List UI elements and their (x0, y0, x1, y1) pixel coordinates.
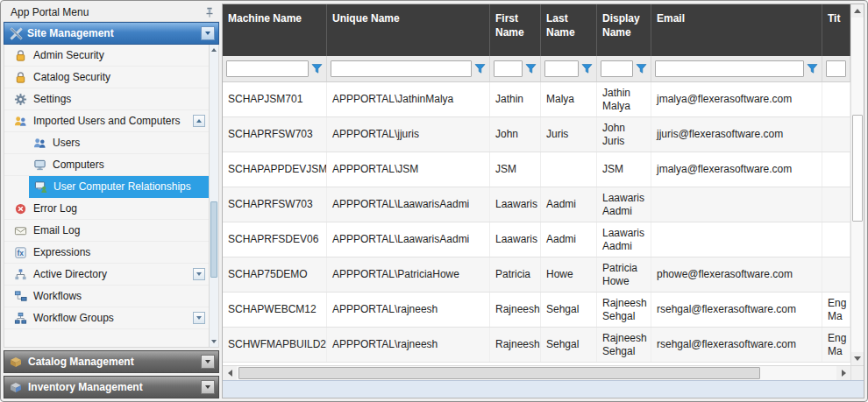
users-icon (33, 137, 46, 150)
filter-funnel-icon[interactable] (311, 63, 323, 74)
grid-cell: Patricia (490, 257, 541, 292)
filter-funnel-icon[interactable] (636, 63, 647, 74)
grid-cell (822, 257, 850, 292)
inventory-management-dropdown-button[interactable] (201, 380, 215, 394)
sidebar-scrollbar[interactable] (209, 45, 218, 347)
scrollbar-thumb[interactable] (852, 115, 863, 222)
section-header-catalog-management[interactable]: Catalog Management (4, 350, 219, 373)
sidebar-item-computers[interactable]: Computers (4, 154, 209, 176)
grid-cell: jjuris@flexerasoftware.com (651, 117, 822, 152)
section-header-site-management[interactable]: Site Management (4, 22, 219, 45)
scrollbar-thumb[interactable] (238, 367, 760, 379)
chevron-down-icon (196, 272, 202, 276)
grid-cell: APPPORTAL\JathinMalya (327, 82, 490, 116)
grid-cell: Patricia Howe (597, 257, 651, 292)
scrollbar-thumb[interactable] (210, 201, 217, 278)
sidebar-item-catalog-security[interactable]: Catalog Security (4, 67, 209, 88)
grid-row[interactable]: SCHAPRFSW703APPPORTAL\jjurisJohnJurisJoh… (223, 117, 850, 152)
scroll-right-button[interactable] (836, 366, 850, 380)
grid-cell: APPPORTAL\jjuris (327, 117, 490, 152)
scroll-down-button[interactable] (210, 336, 218, 347)
column-header-first-name[interactable]: First Name (490, 4, 541, 56)
sidebar-item-email-log[interactable]: Email Log (4, 220, 209, 242)
column-header-display-name[interactable]: Display Name (597, 4, 651, 56)
grid-row[interactable]: SCHAPWEBCM12APPPORTAL\rajneeshRajneeshSe… (223, 293, 850, 328)
column-header-last-name[interactable]: Last Name (541, 4, 597, 56)
email-icon (14, 224, 27, 237)
grid-content: Machine NameUnique NameFirst NameLast Na… (223, 4, 850, 365)
filter-input-unique-name[interactable] (331, 60, 472, 77)
grid-cell: Eng Ma (822, 328, 850, 362)
triangle-up-icon (854, 9, 861, 13)
grid-row[interactable]: SCHAP75DEMOAPPPORTAL\PatriciaHowePatrici… (223, 257, 850, 293)
sidebar-item-label: User Computer Relationships (53, 180, 191, 193)
grid-cell (651, 187, 822, 222)
grid-row[interactable]: SCHWFMAPBUILD2APPPORTAL\rajneeshRajneesh… (223, 328, 850, 363)
workflow-groups-dropdown-button[interactable] (193, 312, 205, 324)
grid-cell: Jathin Malya (597, 82, 651, 116)
filter-input-display-name[interactable] (601, 60, 633, 77)
sidebar-item-error-log[interactable]: Error Log (4, 198, 209, 220)
filter-input-last-name[interactable] (544, 60, 579, 77)
grid-row[interactable]: SCHAPAPPDEVJSMAPPPORTAL\JSMJSMJSMjmalya@… (223, 152, 850, 187)
sidebar-item-workflows[interactable]: Workflows (4, 286, 209, 307)
grid-cell: APPPORTAL\PatriciaHowe (327, 257, 490, 292)
collapse-button[interactable] (193, 115, 205, 127)
scroll-left-button[interactable] (223, 366, 237, 380)
sidebar-item-imported-users-and-computers[interactable]: Imported Users and Computers (4, 110, 209, 132)
filter-cell-first-name (490, 56, 541, 81)
grid-cell: JSM (597, 152, 651, 187)
sidebar-item-workflow-groups[interactable]: Workflow Groups (4, 307, 209, 329)
grid-panel: Machine NameUnique NameFirst NameLast Na… (222, 4, 864, 398)
grid-cell: phowe@flexerasoftware.com (651, 257, 822, 292)
grid-cell: SCHAPRFSW703 (223, 117, 327, 152)
grid-row[interactable]: SCHAPRFSDEV06APPPORTAL\LaawarisAadmiLaaw… (223, 222, 850, 257)
sidebar-item-label: Workflows (33, 290, 82, 302)
grid-cell (822, 187, 850, 222)
column-header-email[interactable]: Email (651, 4, 822, 56)
filter-input-email[interactable] (655, 60, 804, 77)
sidebar-item-admin-security[interactable]: Admin Security (4, 45, 209, 67)
column-header-machine-name[interactable]: Machine Name (223, 4, 327, 56)
grid-cell: Laawaris Aadmi (597, 222, 651, 257)
active-directory-dropdown-button[interactable] (193, 268, 205, 280)
scroll-up-button[interactable] (851, 4, 864, 18)
column-header-unique-name[interactable]: Unique Name (327, 4, 490, 56)
sidebar-item-user-computer-relationships[interactable]: User Computer Relationships (29, 176, 209, 198)
scroll-down-button[interactable] (851, 352, 864, 365)
svg-text:fx: fx (17, 248, 24, 257)
scroll-up-button[interactable] (210, 45, 218, 55)
pin-icon[interactable] (203, 6, 216, 18)
catalog-management-icon (9, 355, 23, 369)
site-management-dropdown-button[interactable] (201, 26, 215, 40)
sidebar-item-active-directory[interactable]: Active Directory (4, 264, 209, 286)
grid-vertical-scrollbar[interactable] (850, 4, 864, 365)
grid-filter-row (223, 56, 850, 82)
user-computer-icon (34, 180, 47, 194)
sidebar-item-settings[interactable]: Settings (4, 88, 209, 110)
sidebar-item-users[interactable]: Users (4, 132, 209, 154)
sidebar-item-label: Active Directory (33, 268, 107, 280)
grid-row[interactable]: SCHAPJSM701APPPORTAL\JathinMalyaJathinMa… (223, 82, 850, 117)
filter-input-first-name[interactable] (494, 60, 523, 77)
sidebar-item-expressions[interactable]: fx Expressions (4, 242, 209, 264)
grid-cell: SCHAPRFSDEV06 (223, 222, 327, 257)
grid-cell (822, 117, 850, 152)
filter-funnel-icon[interactable] (581, 63, 593, 74)
filter-cell-last-name (541, 56, 597, 81)
filter-input-tit[interactable] (826, 60, 846, 77)
filter-funnel-icon[interactable] (474, 63, 486, 74)
column-header-tit[interactable]: Tit (822, 4, 850, 56)
grid-rows: SCHAPJSM701APPPORTAL\JathinMalyaJathinMa… (223, 82, 850, 365)
grid-cell: Laawaris (490, 222, 541, 257)
filter-funnel-icon[interactable] (807, 63, 818, 74)
section-header-inventory-management[interactable]: Inventory Management (4, 376, 219, 398)
filter-input-machine-name[interactable] (226, 60, 309, 77)
catalog-management-dropdown-button[interactable] (201, 355, 215, 369)
filter-funnel-icon[interactable] (525, 63, 537, 74)
grid-cell: John (490, 117, 541, 152)
grid-horizontal-scrollbar[interactable] (223, 365, 864, 380)
grid-cell: John Juris (597, 117, 651, 152)
grid-row[interactable]: SCHAPRFSW703APPPORTAL\LaawarisAadmiLaawa… (223, 187, 850, 222)
triangle-right-icon (842, 370, 846, 377)
